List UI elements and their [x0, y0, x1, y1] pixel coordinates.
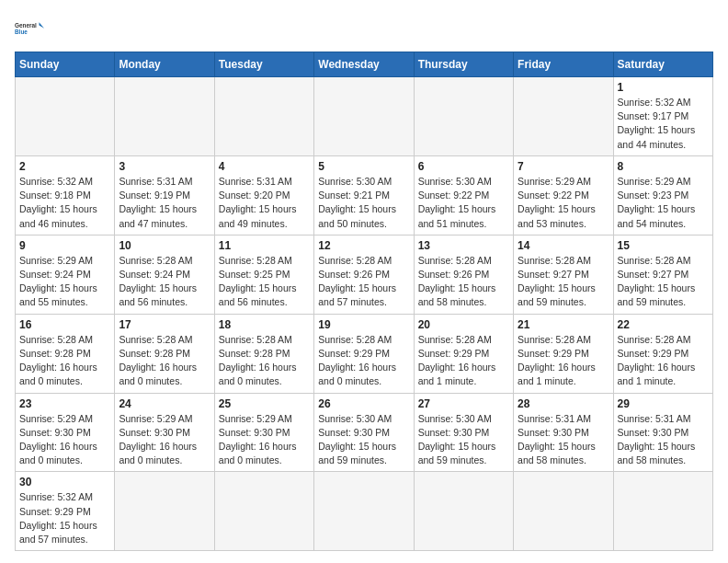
day-number: 28 — [518, 397, 609, 410]
day-number: 21 — [518, 318, 609, 331]
calendar-week-row: 9Sunrise: 5:29 AM Sunset: 9:24 PM Daylig… — [16, 235, 713, 314]
day-info: Sunrise: 5:28 AM Sunset: 9:29 PM Dayligh… — [518, 333, 609, 389]
calendar-cell — [314, 77, 414, 156]
day-number: 6 — [418, 160, 509, 173]
day-number: 30 — [19, 476, 110, 488]
day-of-week-header: Monday — [115, 52, 214, 77]
day-info: Sunrise: 5:28 AM Sunset: 9:28 PM Dayligh… — [119, 333, 210, 389]
calendar-cell — [514, 77, 613, 156]
calendar-cell: 7Sunrise: 5:29 AM Sunset: 9:22 PM Daylig… — [514, 155, 613, 235]
day-number: 4 — [219, 160, 310, 173]
calendar-cell — [115, 472, 214, 551]
calendar-cell — [16, 77, 115, 156]
day-number: 20 — [418, 318, 509, 331]
day-number: 18 — [219, 318, 310, 331]
day-info: Sunrise: 5:32 AM Sunset: 9:17 PM Dayligh… — [618, 96, 709, 152]
day-number: 5 — [318, 160, 409, 173]
day-info: Sunrise: 5:32 AM Sunset: 9:29 PM Dayligh… — [19, 490, 110, 546]
day-info: Sunrise: 5:28 AM Sunset: 9:29 PM Dayligh… — [418, 333, 509, 389]
calendar-cell — [414, 77, 513, 156]
calendar-cell: 21Sunrise: 5:28 AM Sunset: 9:29 PM Dayli… — [514, 314, 613, 393]
calendar-table: SundayMondayTuesdayWednesdayThursdayFrid… — [15, 52, 713, 551]
calendar-cell: 26Sunrise: 5:30 AM Sunset: 9:30 PM Dayli… — [314, 393, 414, 472]
calendar-cell — [314, 472, 414, 551]
calendar-week-row: 23Sunrise: 5:29 AM Sunset: 9:30 PM Dayli… — [16, 393, 713, 472]
calendar-week-row: 1Sunrise: 5:32 AM Sunset: 9:17 PM Daylig… — [16, 77, 713, 156]
calendar-cell — [514, 472, 613, 551]
calendar-cell: 13Sunrise: 5:28 AM Sunset: 9:26 PM Dayli… — [414, 235, 513, 314]
calendar-header-row: SundayMondayTuesdayWednesdayThursdayFrid… — [16, 52, 713, 77]
calendar-cell: 25Sunrise: 5:29 AM Sunset: 9:30 PM Dayli… — [214, 393, 313, 472]
day-info: Sunrise: 5:32 AM Sunset: 9:18 PM Dayligh… — [19, 175, 110, 231]
day-of-week-header: Sunday — [16, 52, 115, 77]
calendar-cell: 4Sunrise: 5:31 AM Sunset: 9:20 PM Daylig… — [214, 155, 313, 235]
calendar-cell: 9Sunrise: 5:29 AM Sunset: 9:24 PM Daylig… — [16, 235, 115, 314]
calendar-cell — [214, 472, 313, 551]
day-info: Sunrise: 5:31 AM Sunset: 9:19 PM Dayligh… — [119, 175, 210, 231]
day-number: 15 — [618, 239, 709, 252]
calendar-cell: 22Sunrise: 5:28 AM Sunset: 9:29 PM Dayli… — [613, 314, 712, 393]
day-number: 29 — [618, 397, 709, 410]
calendar-cell: 6Sunrise: 5:30 AM Sunset: 9:22 PM Daylig… — [414, 155, 513, 235]
calendar-cell: 3Sunrise: 5:31 AM Sunset: 9:19 PM Daylig… — [115, 155, 214, 235]
day-info: Sunrise: 5:31 AM Sunset: 9:20 PM Dayligh… — [219, 175, 310, 231]
calendar-cell — [115, 77, 214, 156]
day-of-week-header: Tuesday — [214, 52, 313, 77]
day-info: Sunrise: 5:28 AM Sunset: 9:29 PM Dayligh… — [618, 333, 709, 389]
calendar-cell: 28Sunrise: 5:31 AM Sunset: 9:30 PM Dayli… — [514, 393, 613, 472]
logo: General Blue — [15, 15, 44, 44]
calendar-cell: 10Sunrise: 5:28 AM Sunset: 9:24 PM Dayli… — [115, 235, 214, 314]
day-info: Sunrise: 5:28 AM Sunset: 9:26 PM Dayligh… — [318, 254, 409, 310]
calendar-cell: 2Sunrise: 5:32 AM Sunset: 9:18 PM Daylig… — [16, 155, 115, 235]
day-info: Sunrise: 5:28 AM Sunset: 9:29 PM Dayligh… — [318, 333, 409, 389]
day-info: Sunrise: 5:29 AM Sunset: 9:22 PM Dayligh… — [518, 175, 609, 231]
day-number: 9 — [19, 239, 110, 252]
day-info: Sunrise: 5:28 AM Sunset: 9:27 PM Dayligh… — [518, 254, 609, 310]
day-info: Sunrise: 5:29 AM Sunset: 9:23 PM Dayligh… — [618, 175, 709, 231]
calendar-cell — [613, 472, 712, 551]
calendar-cell — [414, 472, 513, 551]
day-number: 26 — [318, 397, 409, 410]
calendar-cell: 30Sunrise: 5:32 AM Sunset: 9:29 PM Dayli… — [16, 472, 115, 551]
calendar-cell: 12Sunrise: 5:28 AM Sunset: 9:26 PM Dayli… — [314, 235, 414, 314]
day-info: Sunrise: 5:28 AM Sunset: 9:27 PM Dayligh… — [618, 254, 709, 310]
day-info: Sunrise: 5:31 AM Sunset: 9:30 PM Dayligh… — [518, 412, 609, 468]
day-of-week-header: Thursday — [414, 52, 513, 77]
day-number: 14 — [518, 239, 609, 252]
day-number: 2 — [19, 160, 110, 173]
calendar-cell: 29Sunrise: 5:31 AM Sunset: 9:30 PM Dayli… — [613, 393, 712, 472]
day-info: Sunrise: 5:28 AM Sunset: 9:26 PM Dayligh… — [418, 254, 509, 310]
day-number: 19 — [318, 318, 409, 331]
day-number: 23 — [19, 397, 110, 410]
calendar-cell: 20Sunrise: 5:28 AM Sunset: 9:29 PM Dayli… — [414, 314, 513, 393]
calendar-cell: 15Sunrise: 5:28 AM Sunset: 9:27 PM Dayli… — [613, 235, 712, 314]
calendar-cell: 16Sunrise: 5:28 AM Sunset: 9:28 PM Dayli… — [16, 314, 115, 393]
calendar-cell: 8Sunrise: 5:29 AM Sunset: 9:23 PM Daylig… — [613, 155, 712, 235]
day-number: 13 — [418, 239, 509, 252]
day-number: 25 — [219, 397, 310, 410]
calendar-cell: 18Sunrise: 5:28 AM Sunset: 9:28 PM Dayli… — [214, 314, 313, 393]
day-number: 16 — [19, 318, 110, 331]
calendar-cell: 14Sunrise: 5:28 AM Sunset: 9:27 PM Dayli… — [514, 235, 613, 314]
day-info: Sunrise: 5:28 AM Sunset: 9:28 PM Dayligh… — [19, 333, 110, 389]
day-info: Sunrise: 5:30 AM Sunset: 9:21 PM Dayligh… — [318, 175, 409, 231]
calendar-cell: 17Sunrise: 5:28 AM Sunset: 9:28 PM Dayli… — [115, 314, 214, 393]
day-info: Sunrise: 5:29 AM Sunset: 9:30 PM Dayligh… — [119, 412, 210, 468]
day-number: 10 — [119, 239, 210, 252]
day-number: 12 — [318, 239, 409, 252]
calendar-cell: 11Sunrise: 5:28 AM Sunset: 9:25 PM Dayli… — [214, 235, 313, 314]
svg-text:General: General — [15, 22, 37, 29]
day-number: 24 — [119, 397, 210, 410]
day-number: 22 — [618, 318, 709, 331]
day-info: Sunrise: 5:28 AM Sunset: 9:25 PM Dayligh… — [219, 254, 310, 310]
day-info: Sunrise: 5:31 AM Sunset: 9:30 PM Dayligh… — [618, 412, 709, 468]
page-header: General Blue — [15, 15, 713, 44]
day-info: Sunrise: 5:30 AM Sunset: 9:30 PM Dayligh… — [318, 412, 409, 468]
calendar-cell: 24Sunrise: 5:29 AM Sunset: 9:30 PM Dayli… — [115, 393, 214, 472]
calendar-week-row: 30Sunrise: 5:32 AM Sunset: 9:29 PM Dayli… — [16, 472, 713, 551]
day-number: 11 — [219, 239, 310, 252]
day-info: Sunrise: 5:28 AM Sunset: 9:28 PM Dayligh… — [219, 333, 310, 389]
calendar-cell: 5Sunrise: 5:30 AM Sunset: 9:21 PM Daylig… — [314, 155, 414, 235]
day-info: Sunrise: 5:29 AM Sunset: 9:24 PM Dayligh… — [19, 254, 110, 310]
day-info: Sunrise: 5:30 AM Sunset: 9:22 PM Dayligh… — [418, 175, 509, 231]
